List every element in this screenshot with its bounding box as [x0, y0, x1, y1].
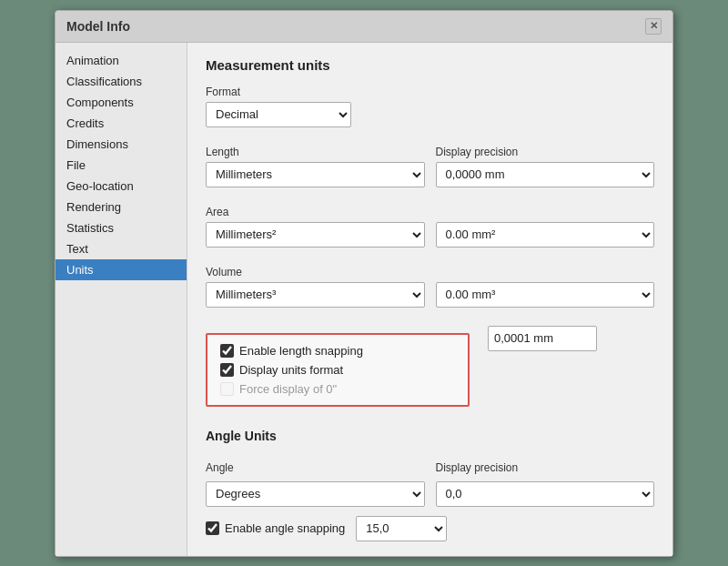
- enable-length-snapping-row: Enable length snapping: [220, 344, 455, 358]
- snapping-checkbox-group: Enable length snapping Display units for…: [206, 333, 470, 407]
- angle-precision-select[interactable]: 0,0: [436, 481, 655, 507]
- sidebar-item-rendering[interactable]: Rendering: [56, 197, 187, 217]
- sidebar-item-dimensions[interactable]: Dimensions: [56, 134, 187, 155]
- dialog-titlebar: Model Info ✕: [56, 11, 672, 43]
- enable-angle-snapping-checkbox[interactable]: [206, 521, 219, 535]
- sidebar-item-file[interactable]: File: [56, 155, 187, 176]
- volume-label: Volume: [206, 266, 425, 278]
- section-title: Measurement units: [206, 57, 654, 73]
- volume-select[interactable]: Millimeters³Centimeters³Meters³: [206, 282, 425, 308]
- format-select[interactable]: DecimalArchitecturalEngineeringFractiona…: [206, 102, 351, 127]
- area-precision-select[interactable]: 0.00 mm²: [436, 222, 655, 248]
- length-select[interactable]: MillimetersCentimetersMetersInchesFeet: [206, 162, 425, 187]
- display-units-format-row: Display units format: [220, 363, 455, 377]
- sidebar-item-geo-location[interactable]: Geo-location: [56, 176, 187, 197]
- enable-angle-snapping-row: Enable angle snapping: [206, 521, 345, 535]
- enable-length-snapping-label[interactable]: Enable length snapping: [239, 344, 363, 358]
- length-precision-select[interactable]: 0,0000 mm: [436, 162, 655, 187]
- model-info-dialog: Model Info ✕ AnimationClassificationsCom…: [55, 10, 673, 557]
- sidebar-item-text[interactable]: Text: [56, 238, 187, 259]
- dialog-title: Model Info: [66, 19, 130, 34]
- angle-snapping-value-select[interactable]: 15,0: [356, 516, 447, 541]
- angle-select[interactable]: DegreesRadians: [206, 481, 425, 507]
- sidebar-item-units[interactable]: Units: [56, 259, 187, 280]
- length-label: Length: [206, 146, 425, 158]
- area-select[interactable]: Millimeters²Centimeters²Meters²: [206, 222, 425, 248]
- enable-angle-snapping-label[interactable]: Enable angle snapping: [225, 521, 345, 535]
- close-button[interactable]: ✕: [645, 18, 662, 35]
- snapping-value-input[interactable]: [488, 326, 597, 351]
- sidebar: AnimationClassificationsComponentsCredit…: [56, 43, 187, 556]
- dialog-body: AnimationClassificationsComponentsCredit…: [56, 43, 672, 556]
- sidebar-item-animation[interactable]: Animation: [56, 50, 187, 71]
- angle-display-precision-label: Display precision: [436, 461, 655, 474]
- sidebar-item-classifications[interactable]: Classifications: [56, 71, 187, 92]
- display-units-format-label[interactable]: Display units format: [239, 363, 343, 377]
- force-display-label: Force display of 0": [239, 382, 337, 396]
- area-label: Area: [206, 206, 425, 218]
- angle-label: Angle: [206, 461, 425, 474]
- format-label: Format: [206, 86, 654, 98]
- sidebar-item-statistics[interactable]: Statistics: [56, 217, 187, 238]
- volume-precision-select[interactable]: 0.00 mm³: [436, 282, 655, 308]
- display-precision-label: Display precision: [436, 146, 655, 158]
- snapping-value-group: [488, 326, 597, 351]
- sidebar-item-components[interactable]: Components: [56, 92, 187, 113]
- content-area: Measurement units Format DecimalArchitec…: [187, 43, 672, 556]
- force-display-row: Force display of 0": [220, 382, 455, 396]
- sidebar-item-credits[interactable]: Credits: [56, 113, 187, 134]
- angle-section-title: Angle Units: [206, 423, 654, 443]
- display-units-format-checkbox[interactable]: [220, 363, 234, 377]
- enable-length-snapping-checkbox[interactable]: [220, 344, 234, 358]
- force-display-checkbox[interactable]: [220, 382, 234, 396]
